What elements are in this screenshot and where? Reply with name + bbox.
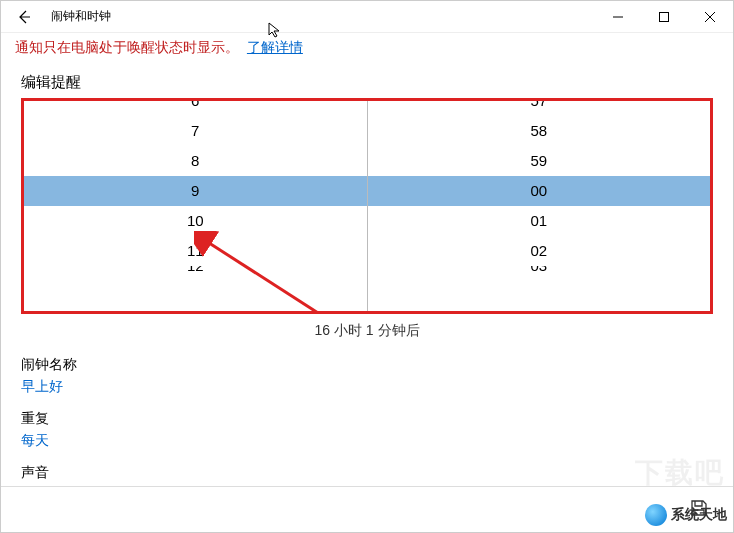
repeat-label: 重复: [21, 410, 713, 428]
minute-option[interactable]: 58: [368, 116, 711, 146]
hour-option[interactable]: 6: [24, 101, 367, 116]
notice-text: 通知只在电脑处于唤醒状态时显示。: [15, 39, 239, 55]
minute-option[interactable]: 02: [368, 236, 711, 266]
maximize-button[interactable]: [641, 1, 687, 33]
titlebar: 闹钟和时钟: [1, 1, 733, 33]
hour-option-selected[interactable]: 9: [24, 176, 367, 206]
alarm-name-label: 闹钟名称: [21, 356, 713, 374]
back-button[interactable]: [1, 1, 47, 33]
brand-icon: [645, 504, 667, 526]
minimize-button[interactable]: [595, 1, 641, 33]
notice-bar: 通知只在电脑处于唤醒状态时显示。 了解详情: [1, 33, 733, 63]
time-remaining-text: 16 小时 1 分钟后: [21, 314, 713, 356]
close-button[interactable]: [687, 1, 733, 33]
minute-option-selected[interactable]: 00: [368, 176, 711, 206]
watermark-text: 下载吧: [635, 454, 725, 492]
time-picker[interactable]: 6 7 8 9 10 11 12 57 58 59 00 01 02 03: [21, 98, 713, 314]
back-arrow-icon: [16, 9, 32, 25]
brand-badge: 系统天地: [645, 504, 727, 526]
window-controls: [595, 1, 733, 33]
sound-label: 声音: [21, 464, 713, 482]
minute-column[interactable]: 57 58 59 00 01 02 03: [368, 101, 711, 311]
alarm-name-value[interactable]: 早上好: [21, 378, 713, 396]
hour-option[interactable]: 8: [24, 146, 367, 176]
hour-option[interactable]: 12: [24, 266, 367, 281]
window-title: 闹钟和时钟: [47, 8, 595, 25]
content-area: 编辑提醒 6 7 8 9 10 11 12 57 58 59 00 01 02 …: [1, 63, 733, 482]
hour-option[interactable]: 7: [24, 116, 367, 146]
alarm-name-field: 闹钟名称 早上好: [21, 356, 713, 396]
hour-column[interactable]: 6 7 8 9 10 11 12: [24, 101, 368, 311]
minute-option[interactable]: 01: [368, 206, 711, 236]
hour-option[interactable]: 10: [24, 206, 367, 236]
brand-text: 系统天地: [671, 506, 727, 524]
svg-rect-1: [660, 12, 669, 21]
minute-option[interactable]: 03: [368, 266, 711, 281]
bottom-bar: [1, 486, 733, 532]
repeat-value[interactable]: 每天: [21, 432, 713, 450]
sound-field: 声音: [21, 464, 713, 482]
repeat-field: 重复 每天: [21, 410, 713, 450]
minute-option[interactable]: 59: [368, 146, 711, 176]
minute-option[interactable]: 57: [368, 101, 711, 116]
learn-more-link[interactable]: 了解详情: [247, 39, 303, 55]
edit-alarm-heading: 编辑提醒: [21, 73, 713, 92]
hour-option[interactable]: 11: [24, 236, 367, 266]
